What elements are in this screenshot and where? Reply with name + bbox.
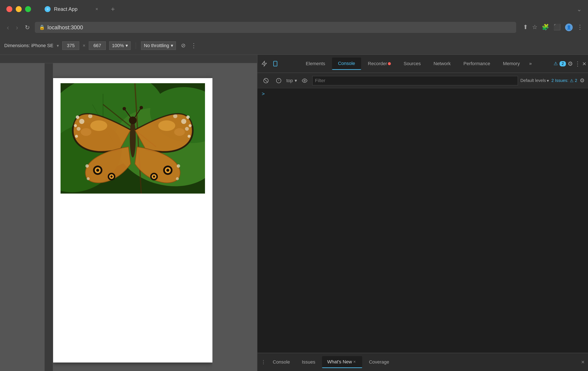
bottom-bar-close-icon[interactable]: × [581, 359, 585, 365]
recorder-dot-icon [388, 62, 391, 65]
svg-point-15 [90, 120, 107, 131]
default-levels-dropdown[interactable]: Default levels ▾ [520, 78, 549, 83]
console-filter-input[interactable] [312, 76, 518, 85]
svg-point-27 [96, 169, 99, 172]
svg-point-30 [110, 176, 113, 178]
forward-button[interactable]: › [14, 23, 20, 32]
responsive-toolbar: Dimensions: iPhone SE ▾ × 100% ▾ No thro… [0, 37, 588, 55]
dimensions-label: Dimensions: iPhone SE [4, 43, 53, 48]
svg-point-35 [166, 169, 169, 172]
butterfly-image-container [61, 83, 205, 194]
zoom-chevron-icon: ▾ [126, 43, 128, 48]
svg-point-24 [185, 127, 189, 131]
more-options-icon[interactable]: ⋮ [577, 24, 583, 31]
devtools-toggle-icon[interactable]: ⬛ [553, 24, 561, 31]
tab-memory[interactable]: Memory [497, 58, 525, 70]
share-icon[interactable]: ⬆ [523, 24, 528, 31]
svg-point-46 [188, 135, 190, 138]
profile-icon[interactable]: 👤 [565, 24, 573, 31]
console-settings-icon[interactable]: ⚙ [580, 77, 585, 84]
tab-title: React App [54, 6, 78, 12]
svg-rect-47 [273, 61, 277, 66]
svg-point-16 [81, 128, 91, 136]
svg-point-43 [75, 135, 78, 138]
tab-console[interactable]: Console [332, 58, 361, 70]
address-bar-row: ‹ › ↻ 🔒 localhost:3000 ⬆ ☆ 🧩 ⬛ 👤 ⋮ [0, 18, 588, 37]
browser-title-bar-right: ⌄ [577, 6, 582, 13]
traffic-lights [6, 6, 31, 12]
svg-point-31 [85, 164, 89, 168]
browser-chrome: ⚛ React App × + ⌄ ‹ › ↻ 🔒 localhost:3000… [0, 0, 588, 37]
toolbar-more-icon[interactable]: ⋮ [191, 42, 197, 49]
tab-recorder[interactable]: Recorder [362, 58, 397, 70]
settings-icon[interactable]: ⚙ [567, 60, 573, 67]
console-prompt[interactable]: > [262, 91, 584, 97]
viewport-content-area [45, 63, 212, 371]
more-tabs-button[interactable]: » [527, 59, 534, 68]
svg-point-54 [304, 80, 305, 81]
svg-point-42 [74, 124, 77, 127]
issues-badge[interactable]: 2 [559, 61, 566, 66]
toolbar-separator-1 [136, 42, 136, 49]
bottom-tab-issues[interactable]: Issues [297, 356, 321, 368]
bottom-tab-coverage[interactable]: Coverage [364, 356, 394, 368]
address-bar[interactable]: 🔒 localhost:3000 [35, 22, 516, 33]
preserve-log-icon[interactable] [273, 76, 284, 86]
devtools-tab-right: ⚠ 2 ⚙ ⋮ × [554, 60, 586, 68]
context-dropdown[interactable]: top ▾ [286, 78, 297, 83]
device-toolbar-icon[interactable] [270, 59, 280, 69]
zoom-dropdown[interactable]: 100% ▾ [109, 41, 131, 50]
bottom-tab-console[interactable]: Console [268, 356, 295, 368]
tab-favicon: ⚛ [45, 6, 51, 12]
ruler-top [0, 55, 257, 63]
devtools-panel: Elements Console Recorder Sources Networ… [257, 55, 588, 371]
extensions-icon[interactable]: 🧩 [542, 24, 549, 31]
reload-button[interactable]: ↻ [23, 23, 32, 32]
device-frame [53, 78, 212, 362]
no-cache-icon[interactable]: ⊘ [181, 42, 186, 49]
inspect-element-icon[interactable] [259, 59, 269, 69]
dimensions-dropdown-icon[interactable]: ▾ [57, 43, 59, 48]
bottom-bar-menu-icon[interactable]: ⋮ [261, 359, 266, 365]
maximize-traffic-light[interactable] [25, 6, 31, 12]
svg-point-21 [174, 128, 185, 136]
tab-elements[interactable]: Elements [300, 58, 331, 70]
issues-count-display[interactable]: 2 Issues: ⚠ 2 [551, 78, 577, 83]
browser-tab[interactable]: ⚛ React App × [40, 2, 103, 16]
svg-point-41 [76, 115, 79, 119]
tab-network[interactable]: Network [428, 58, 457, 70]
height-input[interactable] [89, 41, 106, 50]
width-input[interactable] [62, 41, 79, 50]
throttling-dropdown[interactable]: No throttling ▾ [141, 41, 176, 50]
devtools-left-icons [259, 59, 280, 69]
svg-point-17 [79, 119, 84, 124]
tab-close-button[interactable]: × [95, 6, 98, 12]
whats-new-close-icon[interactable]: × [352, 359, 357, 365]
devtools-close-icon[interactable]: × [582, 60, 586, 68]
bottom-tab-whats-new[interactable]: What's New × [322, 356, 362, 368]
chevron-icon[interactable]: ⌄ [577, 6, 582, 13]
new-tab-button[interactable]: + [107, 4, 118, 15]
svg-point-20 [158, 120, 175, 131]
bookmark-icon[interactable]: ☆ [532, 24, 537, 31]
eye-icon[interactable] [300, 76, 310, 86]
back-button[interactable]: ‹ [5, 23, 11, 32]
console-content[interactable]: > [257, 88, 588, 353]
close-traffic-light[interactable] [6, 6, 12, 12]
issues-count-icon: ⚠ [570, 78, 574, 83]
url-text: localhost:3000 [47, 24, 83, 31]
svg-point-44 [186, 115, 190, 119]
tab-sources[interactable]: Sources [398, 58, 427, 70]
devtools-bottom-bar: ⋮ Console Issues What's New × Coverage × [257, 353, 588, 371]
clear-console-icon[interactable] [261, 76, 271, 86]
svg-line-50 [264, 79, 267, 82]
devtools-more-icon[interactable]: ⋮ [575, 60, 581, 67]
svg-point-40 [176, 177, 179, 180]
issues-icon[interactable]: ⚠ [554, 61, 558, 66]
svg-point-19 [77, 127, 81, 131]
ruler-left [45, 63, 53, 371]
throttling-chevron-icon: ▾ [171, 43, 173, 48]
minimize-traffic-light[interactable] [16, 6, 22, 12]
tab-performance[interactable]: Performance [457, 58, 496, 70]
lock-icon: 🔒 [39, 25, 45, 30]
